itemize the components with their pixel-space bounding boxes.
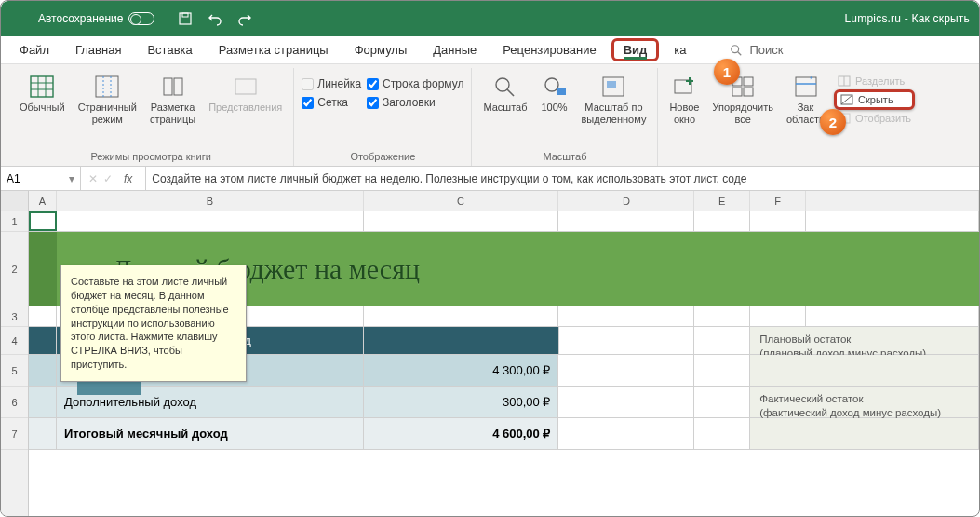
row-1 [29, 211, 979, 232]
search-placeholder: Поиск [750, 43, 784, 57]
col-header-F[interactable]: F [750, 191, 806, 211]
autosave-toggle[interactable]: Автосохранение [38, 12, 154, 25]
ribbon-tabs: Файл Главная Вставка Разметка страницы Ф… [1, 36, 979, 64]
hide-button[interactable]: Скрыть [834, 89, 915, 110]
svg-point-2 [731, 45, 738, 52]
tab-file[interactable]: Файл [8, 39, 60, 61]
row-headers: 1 2 3 4 5 6 7 [1, 191, 29, 516]
cell-tooltip: Составьте на этом листе личный бюджет на… [60, 265, 247, 382]
col-header-C[interactable]: C [364, 191, 559, 211]
svg-point-15 [496, 78, 509, 91]
tab-review[interactable]: Рецензирование [491, 39, 607, 61]
group-window: Новое окно Упорядочить все *Зак области … [658, 68, 922, 166]
callout-2: 2 [820, 109, 846, 135]
group-views-label: Режимы просмотра книги [90, 149, 211, 166]
new-window-button[interactable]: Новое окно [665, 72, 703, 127]
svg-point-17 [545, 78, 558, 91]
search-icon [730, 44, 743, 57]
row-header-2[interactable]: 2 [1, 232, 28, 306]
row-header-1[interactable]: 1 [1, 211, 28, 232]
col-header-A[interactable]: A [29, 191, 57, 211]
row-header-3[interactable]: 3 [1, 306, 28, 327]
redo-icon[interactable] [236, 10, 253, 27]
cancel-icon[interactable]: ✕ [88, 172, 98, 185]
row-header-4[interactable]: 4 [1, 327, 28, 355]
group-show: Линейка Сетка Строка формул Заголовки От… [294, 68, 472, 166]
undo-icon[interactable] [207, 10, 223, 27]
tab-help[interactable]: ка [663, 39, 697, 61]
r6-value[interactable]: 300,00 ₽ [364, 387, 559, 417]
row-header-5[interactable]: 5 [1, 355, 28, 387]
svg-line-34 [841, 95, 852, 104]
svg-rect-14 [235, 79, 256, 94]
svg-rect-4 [31, 76, 53, 97]
select-all-corner[interactable] [1, 191, 28, 211]
view-custom-button[interactable]: Представления [205, 72, 286, 116]
svg-rect-25 [744, 77, 753, 86]
svg-rect-27 [744, 88, 753, 96]
group-zoom-label: Масштаб [543, 149, 586, 166]
row-header-6[interactable]: 6 [1, 387, 28, 418]
formula-bar-row: A1▾ ✕ ✓ fx Создайте на этом листе личный… [1, 167, 979, 191]
row-6: Дополнительный доход 300,00 ₽ Фактически… [29, 387, 979, 418]
svg-line-16 [507, 89, 514, 96]
svg-rect-1 [182, 13, 188, 17]
split-button[interactable]: Разделить [834, 74, 915, 88]
svg-rect-13 [174, 78, 182, 95]
svg-rect-26 [732, 88, 742, 96]
side-card-1[interactable]: Плановый остаток (плановый доход минус р… [750, 327, 979, 354]
quick-access-toolbar [177, 10, 253, 27]
window-title: Lumpics.ru - Как скрыть [845, 12, 971, 25]
svg-rect-20 [607, 81, 616, 88]
row-header-7[interactable]: 7 [1, 418, 28, 450]
svg-rect-0 [180, 13, 191, 24]
col-header-B[interactable]: B [57, 191, 364, 211]
group-workbook-views: Обычный Страничный режим Разметка страни… [8, 68, 294, 166]
svg-line-3 [737, 51, 741, 55]
gridlines-checkbox[interactable]: Сетка [302, 96, 361, 109]
tab-home[interactable]: Главная [64, 39, 132, 61]
formula-input[interactable]: Создайте на этом листе личный бюджет на … [146, 172, 752, 185]
view-normal-button[interactable]: Обычный [16, 72, 69, 116]
enter-icon[interactable]: ✓ [103, 172, 113, 185]
group-show-label: Отображение [350, 149, 415, 166]
zoom-selection-button[interactable]: Масштаб по выделенному [578, 72, 651, 127]
svg-rect-18 [557, 88, 566, 95]
cell-A1[interactable] [29, 211, 57, 231]
ruler-checkbox[interactable]: Линейка [302, 77, 361, 90]
callout-1: 1 [714, 59, 740, 85]
col-header-D[interactable]: D [558, 191, 694, 211]
save-icon[interactable] [177, 10, 194, 27]
tab-view[interactable]: Вид [611, 38, 660, 61]
tab-data[interactable]: Данные [422, 39, 488, 61]
zoom-100-button[interactable]: 100% [537, 72, 572, 116]
toggle-icon [128, 12, 154, 25]
name-box[interactable]: A1▾ [1, 167, 81, 190]
fx-icon[interactable]: fx [118, 172, 138, 185]
side-card-2[interactable]: Фактический остаток (фактический доход м… [750, 387, 979, 417]
r7-label[interactable]: Итоговый месячный доход [57, 418, 364, 449]
svg-rect-28 [796, 77, 816, 96]
view-pagebreak-button[interactable]: Страничный режим [74, 72, 141, 127]
r5-value[interactable]: 4 300,00 ₽ [364, 355, 559, 386]
r7-value[interactable]: 4 600,00 ₽ [364, 418, 559, 449]
search-box[interactable]: Поиск [730, 43, 784, 57]
title-bar: Автосохранение Lumpics.ru - Как скрыть [1, 1, 979, 36]
unhide-button: Отобразить [834, 111, 915, 126]
svg-rect-9 [96, 76, 118, 97]
worksheet: 1 2 3 4 5 6 7 A B C D E F Личный бюджет … [1, 191, 979, 516]
zoom-button[interactable]: Масштаб [479, 72, 530, 116]
svg-rect-12 [164, 78, 172, 95]
tab-insert[interactable]: Вставка [136, 39, 203, 61]
col-header-E[interactable]: E [694, 191, 750, 211]
formulabar-checkbox[interactable]: Строка формул [367, 77, 463, 90]
autosave-label: Автосохранение [38, 12, 123, 25]
svg-text:*: * [810, 75, 813, 84]
tab-formulas[interactable]: Формулы [343, 39, 419, 61]
column-headers: A B C D E F [29, 191, 979, 211]
view-pagelayout-button[interactable]: Разметка страницы [146, 72, 199, 127]
headings-checkbox[interactable]: Заголовки [367, 96, 463, 109]
formula-buttons: ✕ ✓ fx [81, 167, 146, 190]
tab-page-layout[interactable]: Разметка страницы [208, 39, 340, 61]
row-7: Итоговый месячный доход 4 600,00 ₽ [29, 418, 979, 450]
